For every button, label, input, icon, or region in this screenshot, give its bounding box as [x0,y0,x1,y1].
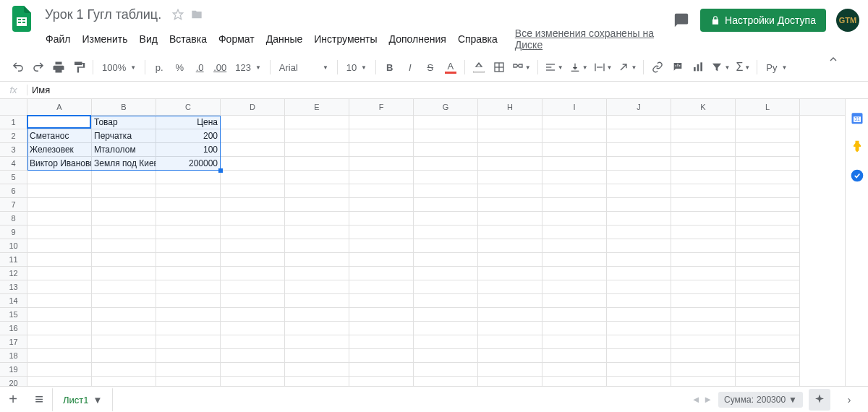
cell[interactable] [221,267,285,280]
cell[interactable] [542,280,607,294]
cell[interactable] [414,349,478,363]
cell[interactable] [27,239,92,253]
cell[interactable] [285,129,349,143]
cell[interactable] [349,171,414,184]
cell[interactable] [221,212,285,226]
cell[interactable] [27,308,92,322]
cell[interactable] [542,322,607,335]
cell[interactable] [542,226,607,239]
cell[interactable] [349,212,414,226]
cell[interactable] [414,335,478,349]
cell[interactable] [27,294,92,308]
cell[interactable] [27,267,92,280]
cell[interactable] [285,294,349,308]
cell[interactable] [478,116,542,129]
cell[interactable] [478,226,542,239]
cell[interactable] [736,280,800,294]
cell[interactable] [542,129,607,143]
menu-view[interactable]: Вид [135,30,163,48]
cell[interactable] [478,129,542,143]
cell[interactable] [607,212,671,226]
cell[interactable] [285,308,349,322]
cell[interactable] [671,129,736,143]
cell[interactable] [671,116,736,129]
cell[interactable] [671,322,736,335]
cell[interactable] [221,129,285,143]
cell[interactable] [92,363,156,377]
wrap-icon[interactable]: ▼ [592,58,615,77]
row-header[interactable]: 2 [0,129,27,143]
saved-status[interactable]: Все изменения сохранены на Диске [510,25,673,53]
cell[interactable] [736,116,800,129]
cell[interactable]: Товар [92,116,156,129]
cell[interactable] [607,157,671,171]
cell[interactable] [349,198,414,212]
cell[interactable] [92,239,156,253]
valign-icon[interactable]: ▼ [567,58,590,77]
row-header[interactable]: 5 [0,171,27,184]
cell[interactable] [285,226,349,239]
cell[interactable] [349,308,414,322]
row-header[interactable]: 10 [0,239,27,253]
comment-icon[interactable] [668,58,687,77]
input-lang-dropdown[interactable]: Ру▼ [762,58,791,77]
select-all-corner[interactable] [0,99,27,115]
row-header[interactable]: 8 [0,212,27,226]
cell[interactable] [671,143,736,157]
cell[interactable] [349,253,414,267]
cell[interactable] [478,363,542,377]
all-sheets-icon[interactable]: ≡ [26,387,52,413]
bold-icon[interactable]: B [380,58,399,77]
font-dropdown[interactable]: Arial▼ [275,58,333,77]
column-header[interactable]: H [478,99,542,115]
cell[interactable] [349,363,414,377]
menu-edit[interactable]: Изменить [77,30,132,48]
aggregate-box[interactable]: Сумма: 200300▼ [718,392,803,408]
cell[interactable] [542,157,607,171]
menu-data[interactable]: Данные [261,30,308,48]
cell[interactable] [27,322,92,335]
cell[interactable] [349,349,414,363]
sheet-tab[interactable]: Лист1▼ [52,387,113,411]
cell[interactable] [414,239,478,253]
tasks-icon[interactable] [850,168,864,183]
cell[interactable] [156,322,221,335]
cell[interactable]: Земля под Киев [92,157,156,171]
cell[interactable] [221,184,285,198]
cell[interactable] [736,184,800,198]
cell[interactable] [349,184,414,198]
cell[interactable] [349,239,414,253]
cell[interactable] [736,294,800,308]
cell[interactable] [607,363,671,377]
cell[interactable] [736,226,800,239]
redo-icon[interactable] [29,58,48,77]
cell[interactable]: Цена [156,116,221,129]
cell[interactable] [542,198,607,212]
halign-icon[interactable]: ▼ [542,58,566,77]
cell[interactable] [414,157,478,171]
print-icon[interactable] [49,58,68,77]
link-icon[interactable] [648,58,667,77]
cell[interactable] [349,143,414,157]
row-header[interactable]: 18 [0,349,27,363]
column-header[interactable]: I [542,99,607,115]
borders-icon[interactable] [490,58,509,77]
strikethrough-icon[interactable]: S [421,58,440,77]
cell[interactable] [478,308,542,322]
cell[interactable] [156,226,221,239]
cell[interactable]: Железовек [27,143,92,157]
cell[interactable] [92,212,156,226]
cell[interactable] [607,184,671,198]
cell[interactable] [607,143,671,157]
cell[interactable] [221,171,285,184]
cell[interactable] [285,157,349,171]
cell[interactable] [92,253,156,267]
cell[interactable] [607,129,671,143]
cell[interactable] [607,226,671,239]
cell[interactable] [414,143,478,157]
rotate-icon[interactable]: ▼ [616,58,639,77]
cell[interactable] [542,253,607,267]
cell[interactable] [156,335,221,349]
cell[interactable] [414,280,478,294]
cell[interactable] [414,198,478,212]
